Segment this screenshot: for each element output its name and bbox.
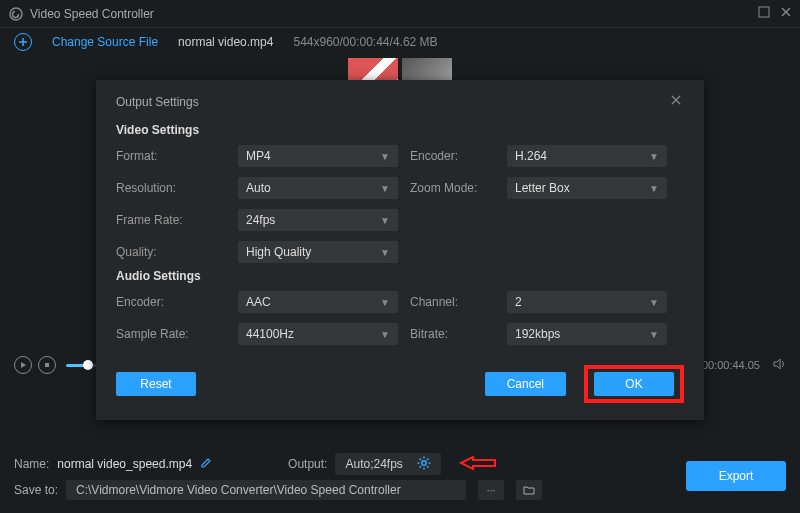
output-label: Output: xyxy=(288,457,327,471)
chevron-down-icon: ▼ xyxy=(649,151,659,162)
output-name: normal video_speed.mp4 xyxy=(57,457,192,471)
change-source-link[interactable]: Change Source File xyxy=(52,35,158,49)
resolution-select[interactable]: Auto▼ xyxy=(238,177,398,199)
source-info: 544x960/00:00:44/4.62 MB xyxy=(293,35,437,49)
minimize-button[interactable] xyxy=(758,6,770,21)
ok-button[interactable]: OK xyxy=(594,372,674,396)
chevron-down-icon: ▼ xyxy=(380,297,390,308)
quality-label: Quality: xyxy=(116,245,226,259)
audio-encoder-label: Encoder: xyxy=(116,295,226,309)
format-label: Format: xyxy=(116,149,226,163)
quality-value: High Quality xyxy=(246,245,311,259)
chevron-down-icon: ▼ xyxy=(649,329,659,340)
bottom-panel: Name: normal video_speed.mp4 Output: Aut… xyxy=(0,443,800,513)
play-button[interactable] xyxy=(14,356,32,374)
save-to-label: Save to: xyxy=(14,483,58,497)
channel-value: 2 xyxy=(515,295,522,309)
chevron-down-icon: ▼ xyxy=(380,151,390,162)
bitrate-value: 192kbps xyxy=(515,327,560,341)
audio-encoder-select[interactable]: AAC▼ xyxy=(238,291,398,313)
export-button-label: Export xyxy=(719,469,754,483)
framerate-value: 24fps xyxy=(246,213,275,227)
export-button[interactable]: Export xyxy=(686,461,786,491)
annotation-highlight: OK xyxy=(584,365,684,403)
svg-line-17 xyxy=(419,466,421,468)
framerate-label: Frame Rate: xyxy=(116,213,226,227)
chevron-down-icon: ▼ xyxy=(380,215,390,226)
source-filename: normal video.mp4 xyxy=(178,35,273,49)
format-value: MP4 xyxy=(246,149,271,163)
ok-button-label: OK xyxy=(625,377,642,391)
resolution-value: Auto xyxy=(246,181,271,195)
svg-point-9 xyxy=(422,460,426,464)
add-icon[interactable] xyxy=(14,33,32,51)
chevron-down-icon: ▼ xyxy=(380,183,390,194)
cancel-button[interactable]: Cancel xyxy=(485,372,566,396)
chevron-down-icon: ▼ xyxy=(649,183,659,194)
edit-name-icon[interactable] xyxy=(200,457,212,472)
chevron-down-icon: ▼ xyxy=(649,297,659,308)
bitrate-select[interactable]: 192kbps▼ xyxy=(507,323,667,345)
open-folder-button[interactable] xyxy=(516,480,542,500)
svg-rect-7 xyxy=(45,363,49,367)
zoom-mode-value: Letter Box xyxy=(515,181,570,195)
video-encoder-value: H.264 xyxy=(515,149,547,163)
duration-label: 00:00:44.05 xyxy=(702,359,760,371)
audio-encoder-value: AAC xyxy=(246,295,271,309)
chevron-down-icon: ▼ xyxy=(380,247,390,258)
annotation-arrow-icon xyxy=(459,453,499,476)
gear-icon[interactable] xyxy=(417,456,431,473)
output-format-box[interactable]: Auto;24fps xyxy=(335,453,440,475)
volume-icon[interactable] xyxy=(772,357,786,374)
title-bar: Video Speed Controller xyxy=(0,0,800,28)
quality-select[interactable]: High Quality▼ xyxy=(238,241,398,263)
source-bar: Change Source File normal video.mp4 544x… xyxy=(0,28,800,56)
resolution-label: Resolution: xyxy=(116,181,226,195)
svg-line-14 xyxy=(419,458,421,460)
dialog-title: Output Settings xyxy=(116,95,199,109)
samplerate-value: 44100Hz xyxy=(246,327,294,341)
channel-select[interactable]: 2▼ xyxy=(507,291,667,313)
svg-line-16 xyxy=(427,458,429,460)
framerate-select[interactable]: 24fps▼ xyxy=(238,209,398,231)
video-settings-heading: Video Settings xyxy=(116,123,684,137)
output-format-value: Auto;24fps xyxy=(345,457,402,471)
app-logo-icon xyxy=(8,6,24,22)
svg-marker-8 xyxy=(774,359,780,369)
video-encoder-label: Encoder: xyxy=(410,149,495,163)
dialog-close-button[interactable] xyxy=(668,94,684,109)
browse-path-button[interactable]: ··· xyxy=(478,480,504,500)
save-path-field[interactable]: C:\Vidmore\Vidmore Video Converter\Video… xyxy=(66,480,466,500)
video-encoder-select[interactable]: H.264▼ xyxy=(507,145,667,167)
zoom-mode-label: Zoom Mode: xyxy=(410,181,495,195)
bitrate-label: Bitrate: xyxy=(410,327,495,341)
reset-button-label: Reset xyxy=(140,377,171,391)
svg-marker-6 xyxy=(21,362,26,368)
svg-marker-18 xyxy=(461,457,495,469)
close-button[interactable] xyxy=(780,6,792,21)
slider-thumb[interactable] xyxy=(83,360,93,370)
format-select[interactable]: MP4▼ xyxy=(238,145,398,167)
zoom-mode-select[interactable]: Letter Box▼ xyxy=(507,177,667,199)
name-label: Name: xyxy=(14,457,49,471)
svg-rect-1 xyxy=(759,7,769,17)
reset-button[interactable]: Reset xyxy=(116,372,196,396)
chevron-down-icon: ▼ xyxy=(380,329,390,340)
speed-slider[interactable] xyxy=(66,364,96,367)
svg-line-15 xyxy=(427,466,429,468)
output-settings-dialog: Output Settings Video Settings Format: M… xyxy=(96,80,704,420)
samplerate-label: Sample Rate: xyxy=(116,327,226,341)
samplerate-select[interactable]: 44100Hz▼ xyxy=(238,323,398,345)
app-title: Video Speed Controller xyxy=(30,7,758,21)
cancel-button-label: Cancel xyxy=(507,377,544,391)
channel-label: Channel: xyxy=(410,295,495,309)
save-path-value: C:\Vidmore\Vidmore Video Converter\Video… xyxy=(76,483,401,497)
stop-button[interactable] xyxy=(38,356,56,374)
audio-settings-heading: Audio Settings xyxy=(116,269,684,283)
